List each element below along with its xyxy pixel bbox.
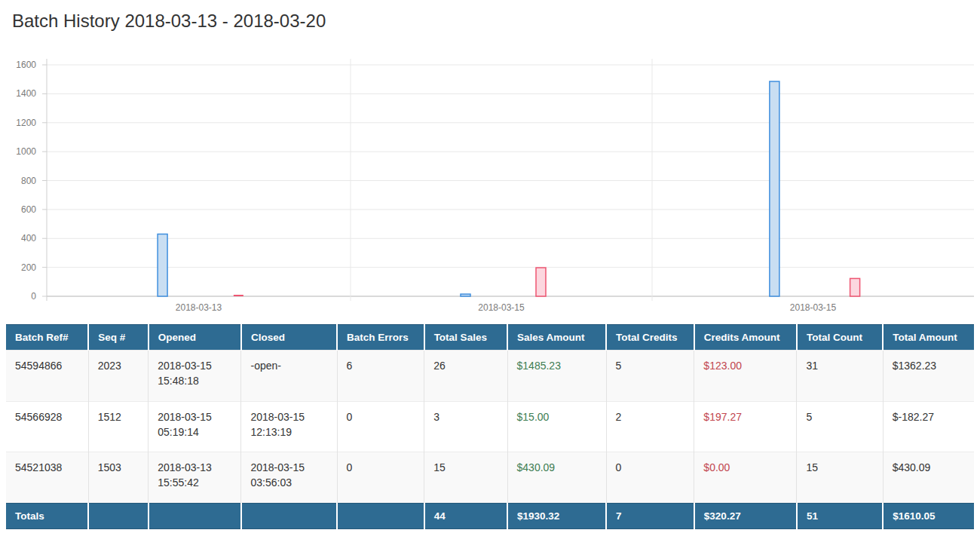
cell-credits-amount: $0.00 <box>694 452 797 504</box>
cell-batch-errors: 0 <box>337 401 424 452</box>
x-axis-label: 2018-03-15 <box>790 302 837 313</box>
cell-total-amount: $-182.27 <box>883 401 974 452</box>
column-header-batch-errors[interactable]: Batch Errors <box>337 325 424 351</box>
svg-text:1000: 1000 <box>16 146 36 157</box>
totals-cell-total-count: 51 <box>797 503 883 528</box>
svg-text:400: 400 <box>21 233 36 244</box>
column-header-sales-amount[interactable]: Sales Amount <box>507 325 606 351</box>
svg-text:1600: 1600 <box>16 60 36 70</box>
cell-credits-amount: $123.00 <box>694 351 797 402</box>
cell-closed: 2018-03-15 12:13:19 <box>241 401 337 452</box>
cell-total-amount: $430.09 <box>883 452 974 504</box>
cell-total-amount: $1362.23 <box>883 351 974 402</box>
cell-closed: -open- <box>241 351 337 402</box>
svg-text:1200: 1200 <box>16 118 36 128</box>
cell-total-sales: 26 <box>424 351 507 402</box>
totals-cell-opened <box>149 503 241 528</box>
cell-batch-ref: 54566928 <box>6 401 88 452</box>
column-header-seq[interactable]: Seq # <box>88 325 149 351</box>
cell-total-sales: 3 <box>424 401 507 452</box>
cell-batch-errors: 6 <box>337 351 424 402</box>
column-header-credits-amount[interactable]: Credits Amount <box>694 325 797 351</box>
cell-batch-errors: 0 <box>337 452 424 504</box>
cell-seq: 1512 <box>88 401 149 452</box>
bar-chart-canvas: 020040060080010001200140016002018-03-132… <box>0 54 980 317</box>
cell-opened: 2018-03-15 15:48:18 <box>149 351 241 402</box>
batch-history-page: Batch History 2018-03-13 - 2018-03-20 02… <box>0 11 980 533</box>
cell-total-count: 31 <box>797 351 883 402</box>
cell-sales-amount: $15.00 <box>507 401 606 452</box>
totals-cell-batch-ref: Totals <box>6 503 88 528</box>
column-header-total-count[interactable]: Total Count <box>797 325 883 351</box>
cell-total-credits: 2 <box>606 401 694 452</box>
cell-credits-amount: $197.27 <box>694 401 797 452</box>
column-header-batch-ref[interactable]: Batch Ref# <box>6 325 88 351</box>
totals-cell-total-amount: $1610.05 <box>883 503 974 528</box>
x-axis-label: 2018-03-13 <box>176 302 222 313</box>
cell-sales-amount: $1485.23 <box>507 351 606 402</box>
x-axis-label: 2018-03-15 <box>478 302 525 313</box>
svg-text:0: 0 <box>31 291 36 302</box>
bar-credits <box>536 268 546 296</box>
batch-history-table: Batch Ref#Seq #OpenedClosedBatch ErrorsT… <box>6 324 974 529</box>
column-header-total-sales[interactable]: Total Sales <box>424 325 507 351</box>
column-header-opened[interactable]: Opened <box>149 325 241 351</box>
cell-opened: 2018-03-13 15:55:42 <box>149 452 241 504</box>
cell-batch-ref: 54594866 <box>6 351 88 402</box>
totals-row: Totals44$1930.327$320.2751$1610.05 <box>6 503 974 528</box>
cell-total-credits: 0 <box>606 452 694 504</box>
column-header-closed[interactable]: Closed <box>241 325 337 351</box>
totals-cell-total-sales: 44 <box>424 503 507 528</box>
table-row: 5452103815032018-03-13 15:55:422018-03-1… <box>6 452 974 504</box>
column-header-total-amount[interactable]: Total Amount <box>883 325 974 351</box>
cell-total-sales: 15 <box>424 452 507 504</box>
cell-sales-amount: $430.09 <box>507 452 606 504</box>
bar-sales <box>158 234 167 297</box>
table-row: 5456692815122018-03-15 05:19:142018-03-1… <box>6 401 974 452</box>
bar-credits <box>850 278 860 296</box>
svg-text:1400: 1400 <box>16 88 36 99</box>
column-header-total-credits[interactable]: Total Credits <box>606 325 694 351</box>
totals-cell-credits-amount: $320.27 <box>694 503 797 528</box>
totals-cell-batch-errors <box>337 503 424 528</box>
cell-seq: 2023 <box>88 351 149 402</box>
bar-sales <box>770 81 779 296</box>
svg-text:800: 800 <box>21 176 36 186</box>
bar-sales <box>461 294 470 296</box>
page-title: Batch History 2018-03-13 - 2018-03-20 <box>12 11 980 32</box>
svg-text:200: 200 <box>21 262 36 273</box>
cell-closed: 2018-03-15 03:56:03 <box>241 452 337 504</box>
totals-cell-seq <box>88 503 149 528</box>
cell-batch-ref: 54521038 <box>6 452 88 504</box>
totals-cell-sales-amount: $1930.32 <box>507 503 606 528</box>
totals-cell-total-credits: 7 <box>606 503 694 528</box>
svg-text:600: 600 <box>21 204 36 215</box>
table-header-row: Batch Ref#Seq #OpenedClosedBatch ErrorsT… <box>6 325 974 351</box>
cell-opened: 2018-03-15 05:19:14 <box>149 401 241 452</box>
table-row: 5459486620232018-03-15 15:48:18-open-626… <box>6 351 974 402</box>
cell-total-count: 15 <box>797 452 883 504</box>
table-header: Batch Ref#Seq #OpenedClosedBatch ErrorsT… <box>6 325 974 351</box>
totals-cell-closed <box>241 503 337 528</box>
cell-seq: 1503 <box>88 452 149 504</box>
table-body: 5459486620232018-03-15 15:48:18-open-626… <box>6 351 974 504</box>
cell-total-credits: 5 <box>606 351 694 402</box>
batch-history-chart: 020040060080010001200140016002018-03-132… <box>0 54 980 317</box>
cell-total-count: 5 <box>797 401 883 452</box>
